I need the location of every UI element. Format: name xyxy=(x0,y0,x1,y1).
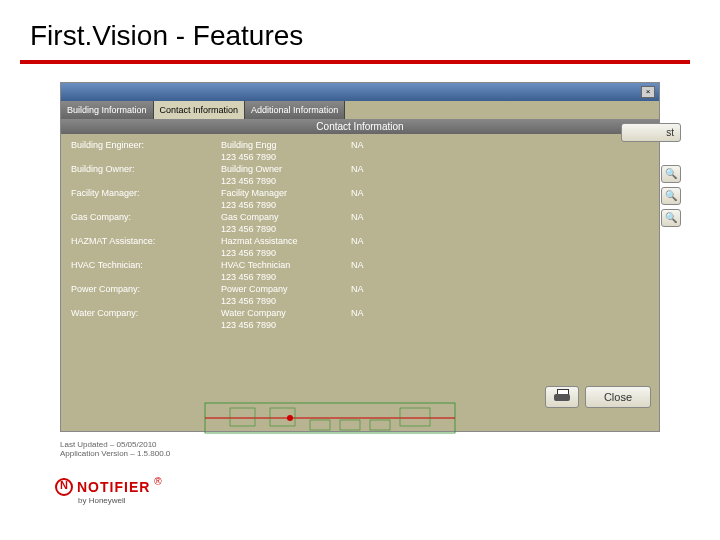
contact-na: NA xyxy=(351,308,411,318)
contact-name: Power Company xyxy=(221,284,351,294)
app-version: Application Version – 1.5.800.0 xyxy=(60,449,170,458)
svg-rect-5 xyxy=(340,420,360,430)
contact-na: NA xyxy=(351,140,411,150)
contact-na: NA xyxy=(351,212,411,222)
registered-mark: ® xyxy=(154,476,161,487)
tab-building-info[interactable]: Building Information xyxy=(61,101,154,119)
contact-label: Water Company: xyxy=(71,308,221,318)
divider xyxy=(20,60,690,64)
floorplan xyxy=(200,398,460,438)
tab-contact-info[interactable]: Contact Information xyxy=(154,101,246,119)
contact-phone: 123 456 7890 xyxy=(221,152,351,162)
contact-label: Power Company: xyxy=(71,284,221,294)
contact-phone-row: 123 456 7890 xyxy=(71,296,649,306)
tabbar: Building Information Contact Information… xyxy=(61,101,659,119)
svg-rect-2 xyxy=(230,408,255,426)
contact-phone: 123 456 7890 xyxy=(221,176,351,186)
contact-name: Building Owner xyxy=(221,164,351,174)
svg-rect-6 xyxy=(370,420,390,430)
panel-title: Contact Information xyxy=(61,119,659,134)
contact-phone: 123 456 7890 xyxy=(221,272,351,282)
app-window: × Building Information Contact Informati… xyxy=(60,82,660,432)
contact-phone: 123 456 7890 xyxy=(221,200,351,210)
contact-row: Gas Company:Gas CompanyNA xyxy=(71,212,649,222)
contact-panel: Building Engineer:Building EnggNA123 456… xyxy=(61,134,659,414)
notifier-icon xyxy=(55,478,73,496)
contact-phone: 123 456 7890 xyxy=(221,248,351,258)
contact-name: Facility Manager xyxy=(221,188,351,198)
contact-row: Facility Manager:Facility ManagerNA xyxy=(71,188,649,198)
print-button[interactable] xyxy=(545,386,579,408)
svg-rect-7 xyxy=(400,408,430,426)
contact-row: Water Company:Water CompanyNA xyxy=(71,308,649,318)
contact-name: Building Engg xyxy=(221,140,351,150)
contact-label: HVAC Technician: xyxy=(71,260,221,270)
titlebar: × xyxy=(61,83,659,101)
svg-rect-4 xyxy=(310,420,330,430)
contact-label: Building Engineer: xyxy=(71,140,221,150)
contact-phone: 123 456 7890 xyxy=(221,320,351,330)
svg-point-8 xyxy=(287,415,293,421)
last-updated: Last Updated – 05/05/2010 xyxy=(60,440,170,449)
zoom-out-icon[interactable]: 🔍 xyxy=(661,187,681,205)
contact-row: Building Owner:Building OwnerNA xyxy=(71,164,649,174)
contact-phone-row: 123 456 7890 xyxy=(71,248,649,258)
contact-phone-row: 123 456 7890 xyxy=(71,272,649,282)
contact-phone-row: 123 456 7890 xyxy=(71,152,649,162)
contact-name: HVAC Technician xyxy=(221,260,351,270)
contact-row: HAZMAT Assistance:Hazmat AssistanceNA xyxy=(71,236,649,246)
brand-byline: by Honeywell xyxy=(78,496,126,505)
contact-name: Hazmat Assistance xyxy=(221,236,351,246)
contact-name: Gas Company xyxy=(221,212,351,222)
contact-label: HAZMAT Assistance: xyxy=(71,236,221,246)
contact-name: Water Company xyxy=(221,308,351,318)
tab-additional-info[interactable]: Additional Information xyxy=(245,101,345,119)
zoom-in-icon[interactable]: 🔍 xyxy=(661,165,681,183)
contact-phone-row: 123 456 7890 xyxy=(71,224,649,234)
contact-phone-row: 123 456 7890 xyxy=(71,320,649,330)
contact-na: NA xyxy=(351,260,411,270)
printer-icon xyxy=(554,389,570,403)
contact-row: Power Company:Power CompanyNA xyxy=(71,284,649,294)
contact-label: Facility Manager: xyxy=(71,188,221,198)
contact-phone: 123 456 7890 xyxy=(221,224,351,234)
contact-na: NA xyxy=(351,164,411,174)
contact-na: NA xyxy=(351,188,411,198)
contact-phone: 123 456 7890 xyxy=(221,296,351,306)
contact-na: NA xyxy=(351,284,411,294)
contact-na: NA xyxy=(351,236,411,246)
button-bar: Close xyxy=(545,386,651,408)
brand-logo: NOTIFIER ® xyxy=(55,478,162,496)
contact-phone-row: 123 456 7890 xyxy=(71,176,649,186)
side-button[interactable]: st xyxy=(621,123,681,142)
contact-label: Building Owner: xyxy=(71,164,221,174)
status-text: Last Updated – 05/05/2010 Application Ve… xyxy=(60,440,170,458)
brand-name: NOTIFIER xyxy=(77,479,150,495)
close-button[interactable]: Close xyxy=(585,386,651,408)
zoom-reset-icon[interactable]: 🔍 xyxy=(661,209,681,227)
contact-label: Gas Company: xyxy=(71,212,221,222)
contact-phone-row: 123 456 7890 xyxy=(71,200,649,210)
slide-title: First.Vision - Features xyxy=(0,0,720,60)
contact-row: Building Engineer:Building EnggNA xyxy=(71,140,649,150)
close-icon[interactable]: × xyxy=(641,86,655,98)
contact-row: HVAC Technician:HVAC TechnicianNA xyxy=(71,260,649,270)
